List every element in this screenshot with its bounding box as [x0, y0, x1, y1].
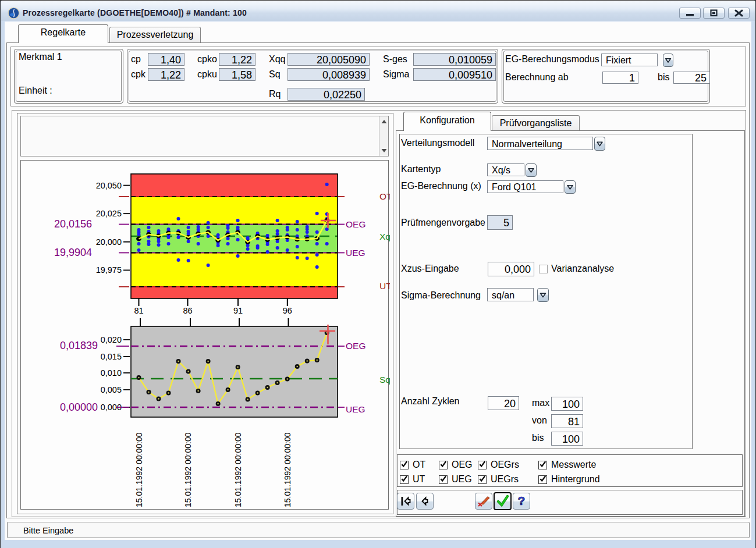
svg-text:UEG: UEG [346, 248, 365, 258]
svg-text:0,01839: 0,01839 [60, 340, 98, 351]
svg-text:OEG: OEG [346, 219, 365, 229]
svg-text:0,00000: 0,00000 [60, 401, 98, 413]
svg-text:OT: OT [379, 191, 390, 201]
svg-text:15.01.1992 00:00:00: 15.01.1992 00:00:00 [233, 432, 243, 507]
svg-text:20,000: 20,000 [96, 237, 122, 247]
svg-text:?: ? [518, 494, 526, 507]
svg-text:UEG: UEG [346, 404, 365, 414]
svg-text:0,015: 0,015 [101, 352, 122, 361]
svg-text:81: 81 [134, 306, 143, 315]
svg-text:15.01.1992 00:00:00: 15.01.1992 00:00:00 [134, 432, 144, 507]
svg-text:OEG: OEG [346, 341, 365, 351]
svg-text:0,005: 0,005 [101, 385, 122, 394]
svg-text:19,975: 19,975 [96, 265, 122, 275]
svg-text:15.01.1992 00:00:00: 15.01.1992 00:00:00 [283, 432, 292, 507]
svg-text:0,010: 0,010 [101, 368, 122, 378]
svg-text:Sq: Sq [379, 375, 390, 385]
svg-text:20,025: 20,025 [96, 209, 122, 218]
svg-text:96: 96 [283, 306, 292, 315]
svg-text:91: 91 [233, 306, 243, 315]
svg-text:20,0156: 20,0156 [54, 218, 92, 230]
svg-text:0,020: 0,020 [101, 335, 122, 344]
svg-text:15.01.1992 00:00:00: 15.01.1992 00:00:00 [183, 432, 193, 507]
svg-text:Xq: Xq [379, 232, 390, 241]
svg-text:20,050: 20,050 [96, 181, 122, 190]
svg-text:19,9904: 19,9904 [54, 247, 92, 258]
svg-text:86: 86 [183, 306, 192, 315]
svg-text:UT: UT [379, 281, 390, 291]
